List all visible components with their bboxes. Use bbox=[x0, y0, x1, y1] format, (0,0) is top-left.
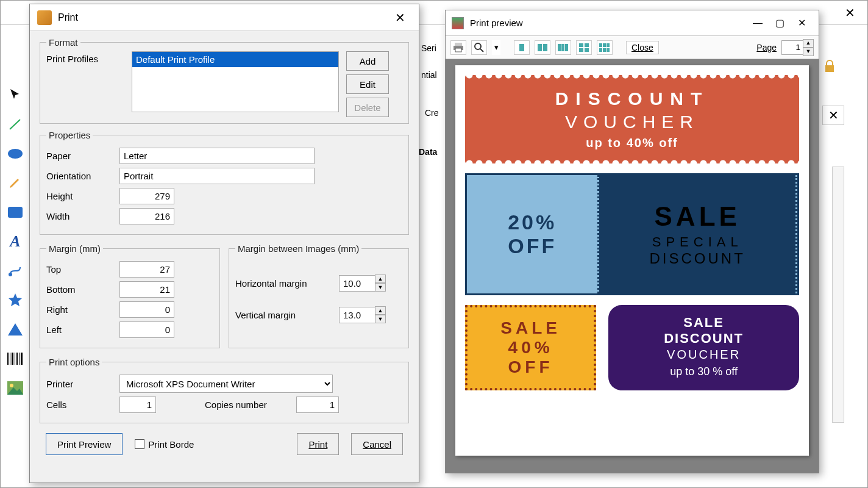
cancel-button[interactable]: Cancel bbox=[351, 433, 403, 455]
close-icon[interactable]: ✕ bbox=[389, 9, 411, 26]
print-preview-window: Print preview — ▢ ✕ ▾ Close Page ▲▼ DISC… bbox=[445, 10, 819, 473]
coupon4-line3: VOUCHER bbox=[614, 348, 793, 362]
properties-group: Properties Paper Orientation Height Widt… bbox=[40, 130, 409, 235]
main-close-icon[interactable]: ✕ bbox=[839, 3, 861, 23]
coupon3-line2: 40% bbox=[471, 338, 590, 357]
paper-field[interactable] bbox=[119, 148, 315, 164]
app-icon bbox=[37, 10, 52, 25]
image-tool-icon[interactable] bbox=[6, 379, 24, 397]
minimize-icon[interactable]: — bbox=[747, 15, 769, 32]
ellipse-tool-icon[interactable] bbox=[6, 145, 24, 163]
zoom-icon[interactable] bbox=[471, 40, 487, 55]
rect-tool-icon[interactable] bbox=[6, 203, 24, 221]
panel-close-icon[interactable]: ✕ bbox=[822, 106, 844, 125]
margin-left-label: Left bbox=[46, 325, 119, 335]
paper-label: Paper bbox=[46, 151, 119, 161]
svg-rect-26 bbox=[579, 48, 583, 52]
svg-rect-30 bbox=[607, 43, 610, 47]
orientation-field[interactable] bbox=[119, 168, 315, 184]
pointer-tool-icon[interactable] bbox=[6, 86, 24, 104]
svg-point-12 bbox=[10, 384, 13, 387]
print-profiles-list[interactable]: Default Print Profile bbox=[132, 51, 339, 112]
bg-tab-ntial: ntial bbox=[421, 70, 437, 80]
line-tool-icon[interactable] bbox=[6, 115, 24, 134]
hmargin-down-button[interactable]: ▼ bbox=[375, 283, 386, 292]
vmargin-down-button[interactable]: ▼ bbox=[375, 315, 386, 323]
print-button[interactable]: Print bbox=[297, 433, 339, 455]
margin-top-field[interactable] bbox=[119, 261, 174, 278]
checkbox-icon bbox=[135, 439, 144, 449]
svg-rect-33 bbox=[607, 48, 610, 52]
coupon2b-line3: DISCOUNT bbox=[650, 250, 745, 267]
star-tool-icon[interactable] bbox=[6, 291, 24, 309]
preview-close-icon[interactable]: ✕ bbox=[791, 15, 813, 32]
zoom-dropdown-icon[interactable]: ▾ bbox=[492, 40, 500, 55]
page-number-field[interactable] bbox=[781, 40, 803, 55]
print-border-checkbox[interactable]: Print Borde bbox=[135, 439, 194, 450]
layout-2-icon[interactable] bbox=[535, 40, 550, 55]
printer-select[interactable]: Microsoft XPS Document Writer bbox=[119, 375, 333, 393]
coupon4-line4: up to 30 % off bbox=[614, 365, 793, 378]
curve-tool-icon[interactable] bbox=[6, 262, 24, 280]
margin-bottom-field[interactable] bbox=[119, 281, 174, 298]
svg-point-16 bbox=[475, 43, 481, 49]
hmargin-field[interactable] bbox=[339, 275, 375, 292]
height-label: Height bbox=[46, 191, 119, 201]
tool-palette: A bbox=[3, 86, 27, 397]
coupon-sale-40: SALE 40% OFF bbox=[465, 305, 596, 390]
width-field[interactable] bbox=[119, 208, 174, 224]
layout-6-icon[interactable] bbox=[597, 40, 613, 55]
hmargin-up-button[interactable]: ▲ bbox=[375, 274, 386, 283]
margin-legend: Margin (mm) bbox=[46, 243, 103, 254]
margin-left-field[interactable] bbox=[119, 321, 174, 338]
layout-1-icon[interactable] bbox=[514, 40, 530, 55]
height-field[interactable] bbox=[119, 188, 174, 204]
preview-app-icon bbox=[452, 17, 464, 29]
coupon3-line1: SALE bbox=[471, 318, 590, 338]
edit-button[interactable]: Edit bbox=[346, 74, 389, 94]
bg-tab-cre: Cre bbox=[425, 108, 439, 118]
pencil-tool-icon[interactable] bbox=[6, 174, 24, 192]
scrollbar[interactable] bbox=[832, 167, 844, 423]
coupon1-line2: VOUCHER bbox=[465, 112, 799, 132]
margin-top-label: Top bbox=[46, 264, 119, 274]
vmargin-field[interactable] bbox=[339, 307, 375, 323]
page-down-button[interactable]: ▼ bbox=[803, 48, 814, 56]
maximize-icon[interactable]: ▢ bbox=[769, 15, 791, 32]
coupon-discount-voucher: DISCOUNT VOUCHER up to 40% off bbox=[465, 75, 799, 163]
coupon2-left: 20% OFF bbox=[467, 175, 599, 293]
coupon-sale-discount-voucher: SALE DISCOUNT VOUCHER up to 30 % off bbox=[608, 305, 799, 390]
coupon-sale-special: 20% OFF SALE SPECIAL DISCOUNT bbox=[465, 173, 799, 295]
margin-right-field[interactable] bbox=[119, 301, 174, 318]
page-up-button[interactable]: ▲ bbox=[803, 39, 814, 48]
print-preview-button[interactable]: Print Preview bbox=[46, 433, 123, 455]
triangle-tool-icon[interactable] bbox=[6, 320, 24, 339]
coupon3-line3: OFF bbox=[471, 357, 590, 377]
svg-rect-29 bbox=[603, 43, 606, 47]
coupon2b-line1: SALE bbox=[655, 201, 741, 232]
coupon2b-line2: SPECIAL bbox=[652, 234, 743, 250]
coupon1-line1: DISCOUNT bbox=[465, 88, 799, 109]
text-tool-icon[interactable]: A bbox=[6, 232, 24, 251]
svg-rect-9 bbox=[19, 353, 20, 365]
preview-canvas[interactable]: DISCOUNT VOUCHER up to 40% off 20% OFF S… bbox=[446, 59, 819, 473]
properties-legend: Properties bbox=[46, 130, 93, 140]
vmargin-up-button[interactable]: ▲ bbox=[375, 306, 386, 315]
preview-close-button[interactable]: Close bbox=[626, 41, 659, 54]
page-label: Page bbox=[756, 43, 777, 52]
delete-button: Delete bbox=[346, 98, 389, 117]
printer-icon[interactable] bbox=[450, 40, 466, 55]
svg-rect-32 bbox=[603, 48, 606, 52]
svg-rect-24 bbox=[579, 43, 583, 47]
add-button[interactable]: Add bbox=[346, 51, 389, 71]
profile-item-selected[interactable]: Default Print Profile bbox=[132, 52, 338, 67]
copies-field[interactable] bbox=[296, 396, 339, 413]
coupon2-right: SALE SPECIAL DISCOUNT bbox=[599, 175, 797, 293]
bg-tab-seri: Seri bbox=[421, 43, 436, 53]
layout-4-icon[interactable] bbox=[576, 40, 592, 55]
svg-line-0 bbox=[10, 120, 20, 129]
barcode-tool-icon[interactable] bbox=[6, 350, 24, 368]
svg-rect-13 bbox=[455, 43, 462, 46]
layout-3-icon[interactable] bbox=[555, 40, 571, 55]
cells-field[interactable] bbox=[119, 396, 156, 413]
